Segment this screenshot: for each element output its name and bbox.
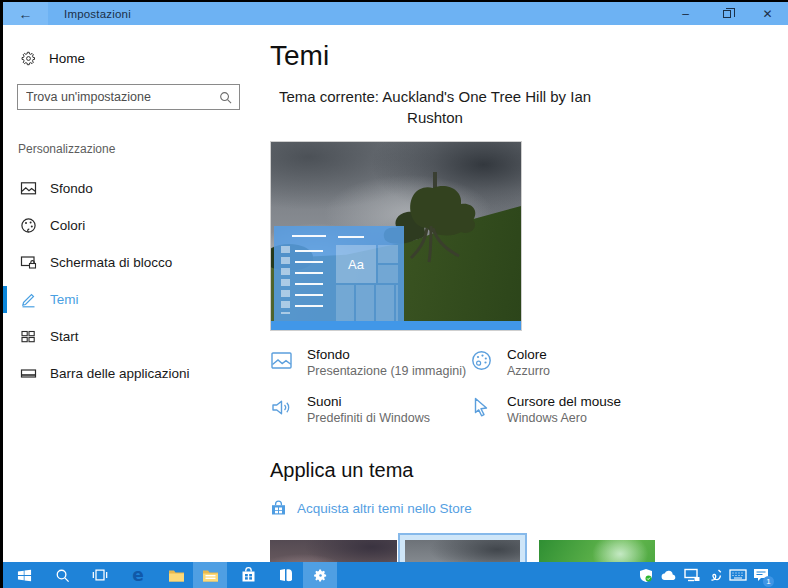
flag-app-icon bbox=[278, 567, 294, 583]
sidebar-item-schermata-di-blocco[interactable]: Schermata di blocco bbox=[3, 244, 256, 281]
sidebar-item-home[interactable]: Home bbox=[20, 50, 256, 67]
file-explorer-button[interactable] bbox=[159, 562, 193, 588]
sidebar-item-temi[interactable]: Temi bbox=[3, 281, 256, 318]
taskbar-icon bbox=[20, 365, 37, 382]
store-link-label: Acquista altri temi nello Store bbox=[297, 501, 472, 516]
background-icon bbox=[270, 349, 293, 372]
start-menu-item-lines bbox=[295, 250, 323, 316]
sidebar-item-label: Schermata di blocco bbox=[50, 255, 172, 270]
start-button[interactable] bbox=[7, 562, 41, 588]
settings-app-button[interactable] bbox=[303, 562, 337, 588]
gear-icon bbox=[20, 50, 37, 67]
theme-preview-image: Aa bbox=[270, 141, 522, 331]
back-arrow-icon: ← bbox=[19, 6, 33, 22]
open-folder-icon bbox=[202, 568, 219, 583]
font-preview-tile: Aa bbox=[336, 245, 376, 283]
notification-badge: 1 bbox=[763, 576, 774, 587]
sidebar-item-colori[interactable]: Colori bbox=[3, 207, 256, 244]
setting-value: Predefiniti di Windows bbox=[307, 411, 430, 425]
edge-browser-button[interactable]: e bbox=[121, 562, 155, 588]
sidebar-nav: Sfondo Colori Schermata di blocco Temi S… bbox=[3, 170, 256, 392]
network-icon bbox=[684, 568, 700, 582]
settings-sidebar: Home Personalizzazione Sfondo Colori Sch… bbox=[3, 25, 256, 562]
keyboard-icon bbox=[729, 569, 747, 581]
desktop-screen: ← Impostazioni – ✕ Home Personalizzazion… bbox=[0, 0, 788, 588]
cloud-icon bbox=[661, 570, 677, 581]
touch-keyboard-tray-icon[interactable] bbox=[728, 562, 748, 588]
sounds-setting-link[interactable]: Suoni Predefiniti di Windows bbox=[270, 394, 470, 425]
page-title: Temi bbox=[270, 40, 788, 72]
windows-taskbar: e bbox=[3, 562, 788, 588]
action-center-tray-icon[interactable]: 1 bbox=[751, 562, 771, 588]
security-shield-tray-icon[interactable] bbox=[636, 562, 656, 588]
preview-start-menu: Aa bbox=[274, 226, 404, 321]
sidebar-section-label: Personalizzazione bbox=[18, 142, 256, 156]
tiles-header-line bbox=[338, 236, 364, 238]
colors-icon bbox=[20, 217, 37, 234]
windows-ink-tray-icon[interactable] bbox=[705, 562, 725, 588]
preview-taskbar-strip bbox=[271, 321, 521, 330]
background-icon bbox=[20, 180, 37, 197]
color-setting-link[interactable]: Colore Azzurro bbox=[470, 347, 750, 378]
small-tile bbox=[378, 265, 398, 283]
store-bag-icon bbox=[241, 567, 256, 583]
network-tray-icon[interactable] bbox=[682, 562, 702, 588]
start-menu-icon-column bbox=[281, 246, 290, 314]
sidebar-item-label: Colori bbox=[50, 218, 85, 233]
minimize-button[interactable]: – bbox=[665, 2, 706, 25]
background-setting-link[interactable]: Sfondo Presentazione (19 immagini) bbox=[270, 347, 470, 378]
close-icon: ✕ bbox=[762, 7, 772, 21]
home-label: Home bbox=[49, 51, 85, 66]
setting-title: Suoni bbox=[307, 394, 430, 409]
edge-icon: e bbox=[132, 565, 144, 585]
setting-value: Presentazione (19 immagini) bbox=[307, 364, 466, 378]
file-explorer-window-button[interactable] bbox=[193, 562, 227, 588]
task-view-icon bbox=[92, 568, 108, 582]
current-theme-text: Tema corrente: Auckland's One Tree Hill … bbox=[270, 86, 600, 128]
taskbar-search-button[interactable] bbox=[45, 562, 79, 588]
setting-value: Azzurro bbox=[507, 364, 550, 378]
back-button[interactable]: ← bbox=[3, 2, 48, 25]
setting-value: Windows Aero bbox=[507, 411, 621, 425]
close-button[interactable]: ✕ bbox=[747, 2, 788, 25]
start-icon bbox=[20, 328, 37, 345]
sidebar-item-label: Start bbox=[50, 329, 79, 344]
tile-grid bbox=[336, 285, 398, 321]
font-tile-label: Aa bbox=[348, 257, 364, 272]
onedrive-tray-icon[interactable] bbox=[659, 562, 679, 588]
search-icon bbox=[55, 568, 70, 583]
themes-page: Temi Tema corrente: Auckland's One Tree … bbox=[270, 25, 788, 562]
small-tile bbox=[378, 245, 398, 263]
theme-settings-links: Sfondo Presentazione (19 immagini) Color… bbox=[270, 347, 750, 425]
flag-app-button[interactable] bbox=[269, 562, 303, 588]
mouse-cursor-setting-link[interactable]: Cursore del mouse Windows Aero bbox=[470, 394, 750, 425]
start-menu-tiles: Aa bbox=[336, 232, 398, 321]
search-input[interactable] bbox=[18, 85, 219, 109]
gear-icon bbox=[313, 568, 328, 583]
shield-check-icon bbox=[639, 568, 653, 583]
restore-button[interactable] bbox=[706, 2, 747, 25]
folder-icon bbox=[168, 568, 185, 583]
selected-accent-bar bbox=[3, 286, 7, 313]
sidebar-item-barra-applicazioni[interactable]: Barra delle applicazioni bbox=[3, 355, 256, 392]
setting-title: Sfondo bbox=[307, 347, 466, 362]
store-link[interactable]: Acquista altri temi nello Store bbox=[270, 500, 788, 517]
minimize-icon: – bbox=[682, 7, 689, 21]
titlebar: ← Impostazioni – ✕ bbox=[3, 2, 788, 25]
window-title: Impostazioni bbox=[64, 8, 131, 20]
search-icon[interactable] bbox=[219, 91, 232, 104]
setting-title: Cursore del mouse bbox=[507, 394, 621, 409]
sidebar-item-label: Barra delle applicazioni bbox=[50, 366, 190, 381]
restore-icon bbox=[723, 10, 731, 18]
sidebar-item-label: Sfondo bbox=[50, 181, 93, 196]
lock-screen-icon bbox=[20, 254, 37, 271]
sidebar-item-sfondo[interactable]: Sfondo bbox=[3, 170, 256, 207]
store-button[interactable] bbox=[231, 562, 265, 588]
sidebar-item-start[interactable]: Start bbox=[3, 318, 256, 355]
task-view-button[interactable] bbox=[83, 562, 117, 588]
themes-icon bbox=[20, 291, 37, 308]
setting-title: Colore bbox=[507, 347, 550, 362]
system-tray: 1 bbox=[636, 562, 788, 588]
settings-search-box bbox=[17, 84, 240, 110]
window-controls: – ✕ bbox=[665, 2, 788, 25]
